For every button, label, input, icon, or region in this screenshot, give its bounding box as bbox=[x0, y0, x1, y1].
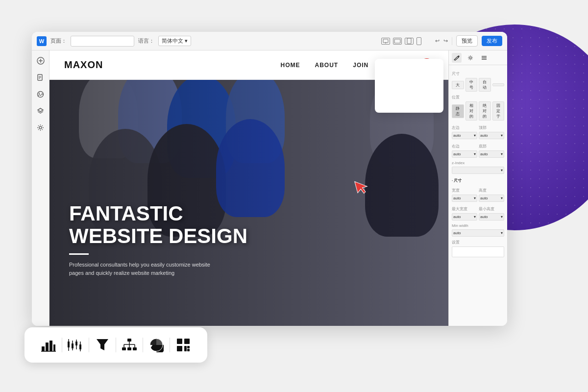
left-val: auto bbox=[453, 133, 461, 138]
svg-marker-16 bbox=[355, 179, 368, 195]
nav-join[interactable]: JOIN bbox=[353, 62, 368, 69]
pos-static-btn[interactable]: 静态 bbox=[452, 104, 464, 118]
width-label: 宽度 bbox=[452, 188, 477, 193]
left-col: 左边 auto ▾ bbox=[452, 122, 477, 139]
pos-absolute-btn[interactable]: 绝对的 bbox=[479, 101, 491, 121]
pos-fixed-btn[interactable]: 固定于 bbox=[492, 101, 505, 121]
pos-relative-btn[interactable]: 相对的 bbox=[466, 101, 478, 121]
hierarchy-button[interactable] bbox=[117, 334, 142, 356]
lang-selector[interactable]: 简体中文 ▾ bbox=[158, 36, 191, 46]
pie-chart-button[interactable] bbox=[144, 334, 169, 356]
tablet-portrait-icon[interactable] bbox=[405, 38, 414, 45]
size-row: 大 中号 自动 bbox=[452, 78, 504, 92]
maxw-chevron: ▾ bbox=[474, 215, 476, 219]
minh-chevron: ▾ bbox=[501, 215, 503, 219]
zindex-select[interactable]: ▾ bbox=[452, 167, 504, 174]
bottom-select[interactable]: auto ▾ bbox=[479, 150, 504, 158]
minh-select[interactable]: auto ▾ bbox=[479, 213, 504, 220]
height-chevron: ▾ bbox=[501, 196, 503, 200]
height-label: 高度 bbox=[479, 188, 504, 193]
right-label: 右边 bbox=[452, 144, 477, 149]
desc-label: 设置 bbox=[452, 240, 504, 245]
sidebar-media-icon[interactable] bbox=[35, 89, 46, 99]
left-label: 左边 bbox=[452, 125, 477, 130]
left-chevron: ▾ bbox=[474, 133, 476, 138]
dimension-label: · 尺寸 bbox=[452, 178, 504, 183]
divider-1 bbox=[62, 338, 62, 352]
candlestick-button[interactable] bbox=[63, 334, 88, 356]
maxw-select[interactable]: auto ▾ bbox=[452, 213, 477, 220]
divider-3 bbox=[116, 338, 116, 352]
hero-title-line2: WEBSITE DESIGN bbox=[69, 225, 247, 247]
size-section-title: 尺寸 bbox=[452, 71, 504, 76]
bottom-val: auto bbox=[480, 152, 488, 156]
menu-tool-icon[interactable] bbox=[479, 53, 489, 63]
sidebar-layers-icon[interactable] bbox=[35, 105, 46, 116]
top-chevron: ▾ bbox=[501, 133, 503, 138]
bottom-col: 底部 auto ▾ bbox=[479, 141, 504, 158]
hero-subtitle: Professional consultants help you easily… bbox=[69, 261, 226, 277]
position-row: 静态 相对的 绝对的 固定于 bbox=[452, 101, 504, 121]
grid-dashboard-button[interactable] bbox=[171, 334, 196, 356]
left-top-row: 左边 auto ▾ 顶部 auto ▾ bbox=[452, 122, 504, 139]
nav-about[interactable]: ABOUT bbox=[315, 62, 339, 69]
maxw-label: 最大宽度 bbox=[452, 206, 477, 212]
bar-chart-button[interactable] bbox=[36, 334, 61, 356]
hero-section: FANTASTIC WEBSITE DESIGN Professional co… bbox=[49, 80, 448, 326]
tablet-landscape-icon[interactable] bbox=[393, 38, 402, 45]
edit-tool-icon[interactable] bbox=[452, 53, 462, 63]
svg-rect-49 bbox=[184, 346, 187, 351]
sidebar-plus-icon[interactable] bbox=[35, 55, 46, 66]
nav-home[interactable]: HOME bbox=[281, 62, 300, 69]
divider-4 bbox=[143, 338, 143, 352]
svg-rect-46 bbox=[177, 339, 182, 344]
right-val: auto bbox=[453, 152, 461, 156]
svg-rect-24 bbox=[53, 344, 55, 351]
size-medium-btn[interactable]: 中号 bbox=[466, 78, 478, 92]
browser-toolbar: W 页面： 语言： 简体中文 ▾ ↩ ↪ bbox=[32, 32, 507, 50]
bottom-label: 底部 bbox=[479, 144, 504, 149]
minw-row: auto ▾ bbox=[452, 229, 504, 237]
position-section-title: 位置 bbox=[452, 95, 504, 100]
size-auto-btn[interactable]: 自动 bbox=[479, 78, 491, 92]
width-select[interactable]: auto ▾ bbox=[452, 195, 477, 202]
redo-button[interactable]: ↪ bbox=[443, 38, 448, 44]
url-input[interactable] bbox=[71, 36, 134, 47]
size-custom-btn[interactable] bbox=[492, 83, 505, 86]
undo-button[interactable]: ↩ bbox=[435, 38, 440, 44]
site-logo: MAXON bbox=[64, 59, 281, 71]
height-select[interactable]: auto ▾ bbox=[479, 195, 504, 202]
minw-select[interactable]: auto ▾ bbox=[452, 229, 504, 237]
left-select[interactable]: auto ▾ bbox=[452, 132, 477, 139]
svg-rect-21 bbox=[42, 346, 45, 351]
right-col: 右边 auto ▾ bbox=[452, 141, 477, 158]
right-select[interactable]: auto ▾ bbox=[452, 150, 477, 158]
svg-rect-33 bbox=[79, 344, 81, 349]
size-large-btn[interactable]: 大 bbox=[452, 81, 464, 89]
hero-divider bbox=[69, 253, 89, 255]
preview-button[interactable]: 预览 bbox=[456, 35, 478, 47]
hero-title-line1: FANTASTIC bbox=[69, 202, 247, 225]
publish-button[interactable]: 发布 bbox=[482, 36, 502, 46]
right-chevron: ▾ bbox=[474, 152, 476, 156]
mobile-icon[interactable] bbox=[416, 37, 421, 45]
svg-rect-27 bbox=[68, 342, 70, 347]
width-height-row: 宽度 auto ▾ 高度 auto ▾ bbox=[452, 185, 504, 202]
device-icons bbox=[381, 37, 421, 45]
page-label: 页面： bbox=[50, 37, 67, 45]
svg-rect-22 bbox=[46, 343, 49, 351]
minw-label: Min width bbox=[452, 223, 504, 228]
zindex-row: ▾ bbox=[452, 167, 504, 174]
settings-tool-icon[interactable] bbox=[466, 53, 475, 63]
sidebar-settings-icon[interactable] bbox=[35, 122, 46, 133]
top-select[interactable]: auto ▾ bbox=[479, 132, 504, 139]
popup-card bbox=[375, 59, 443, 113]
svg-point-17 bbox=[469, 57, 471, 59]
filter-button[interactable] bbox=[90, 334, 115, 356]
desktop-icon[interactable] bbox=[381, 38, 390, 45]
panel-toolbar bbox=[449, 50, 507, 65]
toolbar-actions: ↩ ↪ 预览 发布 bbox=[435, 35, 502, 47]
sidebar-pages-icon[interactable] bbox=[35, 72, 46, 83]
left-sidebar bbox=[32, 50, 49, 326]
desc-input[interactable] bbox=[452, 246, 504, 257]
